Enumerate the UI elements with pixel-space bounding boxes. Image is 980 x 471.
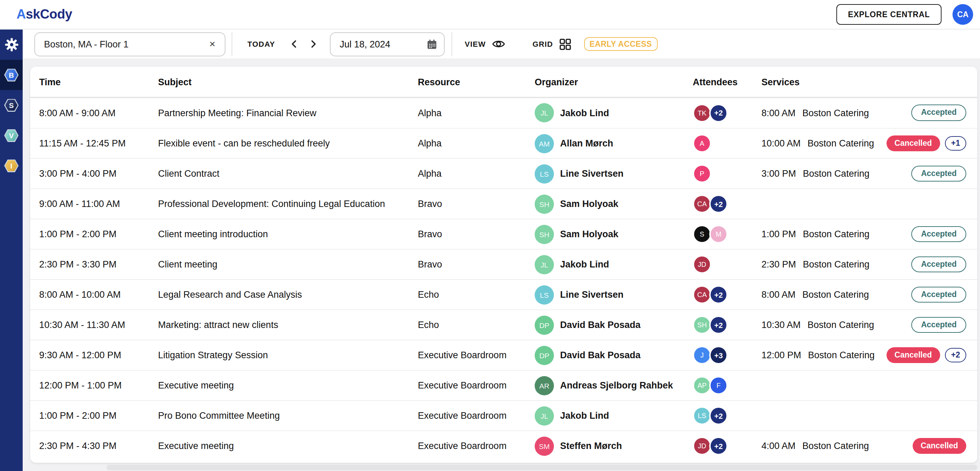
resource-cell: Bravo (418, 259, 535, 270)
toolbar: × TODAY Jul 18, 2024 (23, 30, 980, 58)
services-cell: 2:30 PMBoston Catering (762, 259, 889, 270)
today-button[interactable]: TODAY (247, 40, 275, 48)
table-row[interactable]: 9:00 AM - 11:00 AM Professional Developm… (30, 188, 977, 219)
chevron-right-icon (310, 40, 318, 48)
organizer-cell: LS Line Sivertsen (535, 285, 693, 304)
status-badge-cancelled: Cancelled (886, 347, 940, 363)
subject-cell: Partnership Meeting: Financial Review (158, 108, 418, 118)
attendee-avatar: M (709, 225, 728, 243)
table-row[interactable]: 8:00 AM - 9:00 AM Partnership Meeting: F… (30, 97, 977, 128)
status-cell: Accepted (889, 287, 966, 303)
time-cell: 8:00 AM - 10:00 AM (39, 289, 158, 300)
attendee-avatar: F (709, 376, 728, 395)
insights-hexagon-fill: I (5, 160, 18, 171)
visitors-letter: V (9, 132, 14, 139)
app: AskCody EXPLORE CENTRAL CA BSVI (0, 0, 980, 471)
view-toggle[interactable]: VIEW (465, 39, 505, 49)
grid-toggle[interactable]: GRID (533, 38, 571, 50)
logo-part-2: skCody (26, 7, 72, 21)
sidebar-item-insights[interactable]: I (0, 150, 23, 181)
organizer-name: Line Sivertsen (560, 168, 624, 179)
organizer-name: David Bak Posada (560, 350, 641, 360)
time-cell: 12:00 PM - 1:00 PM (39, 380, 158, 391)
subject-cell: Flexible event - can be rescheduled free… (158, 138, 418, 148)
services-hexagon-fill: S (5, 100, 18, 111)
organizer-cell: JL Jakob Lind (535, 103, 693, 122)
insights-letter: I (10, 162, 13, 169)
organizer-cell: SM Steffen Mørch (535, 436, 693, 455)
organizer-cell: SH Sam Holyoak (535, 194, 693, 214)
organizer-name: Steffen Mørch (560, 441, 622, 451)
organizer-cell: AR Andreas Sjelborg Rahbek (535, 376, 693, 395)
overflow-count-badge[interactable]: +2 (945, 348, 966, 363)
service-name: Boston Catering (803, 259, 870, 270)
organizer-name: Jakob Lind (560, 259, 609, 270)
attendee-avatar: TK (693, 104, 711, 122)
subject-cell: Legal Research and Case Analysis (158, 289, 418, 300)
attendee-avatar: P (693, 164, 711, 183)
column-header-services: Services (762, 77, 889, 87)
table-row[interactable]: 2:30 PM - 3:30 PM Client meeting Bravo J… (30, 249, 977, 279)
table-row[interactable]: 1:00 PM - 2:00 PM Pro Bono Committee Mee… (30, 400, 977, 430)
status-badge-accepted: Accepted (911, 257, 966, 273)
previous-day-button[interactable] (288, 37, 301, 51)
calendar-icon[interactable] (427, 39, 438, 49)
resource-cell: Executive Boardroom (418, 441, 535, 451)
table-row[interactable]: 1:00 PM - 2:00 PM Client meeting introdu… (30, 219, 977, 249)
services-letter: S (9, 102, 14, 109)
sidebar-item-visitors[interactable]: V (0, 120, 23, 150)
services-cell: 1:00 PMBoston Catering (762, 229, 889, 239)
date-picker[interactable]: Jul 18, 2024 (330, 32, 445, 56)
attendees-cell: SM (693, 225, 762, 243)
location-input[interactable] (34, 32, 226, 56)
organizer-name: Andreas Sjelborg Rahbek (560, 380, 673, 391)
gear-icon (4, 37, 19, 52)
clear-location-icon[interactable]: × (205, 37, 219, 51)
table-row[interactable]: 2:30 PM - 4:30 PM Executive meeting Exec… (30, 430, 977, 461)
resource-cell: Executive Boardroom (418, 380, 535, 391)
user-avatar[interactable]: CA (953, 4, 973, 25)
organizer-avatar: LS (535, 164, 554, 183)
service-name: Boston Catering (802, 441, 869, 451)
service-time: 10:00 AM (762, 138, 801, 148)
service-time: 3:00 PM (762, 168, 796, 179)
subject-cell: Executive meeting (158, 441, 418, 451)
grid-icon (559, 38, 571, 50)
explore-central-button[interactable]: EXPLORE CENTRAL (836, 4, 942, 25)
toolbar-divider-2 (452, 32, 453, 56)
organizer-avatar: JL (535, 406, 554, 425)
overflow-count-badge[interactable]: +1 (945, 136, 966, 151)
time-cell: 1:00 PM - 2:00 PM (39, 229, 158, 239)
table-row[interactable]: 11:15 AM - 12:45 PM Flexible event - can… (30, 128, 977, 158)
status-badge-accepted: Accepted (911, 105, 966, 121)
attendee-avatar: SH (693, 316, 711, 334)
next-day-button[interactable] (307, 37, 321, 51)
sidebar-item-bookings[interactable]: B (0, 60, 23, 90)
table-row[interactable]: 10:30 AM - 11:30 AM Marketing: attract n… (30, 310, 977, 340)
time-cell: 8:00 AM - 9:00 AM (39, 108, 158, 118)
organizer-name: Allan Mørch (560, 138, 613, 148)
table-row[interactable]: 3:00 PM - 4:00 PM Client Contract Alpha … (30, 158, 977, 188)
status-cell: Accepted (889, 166, 966, 182)
organizer-cell: JL Jakob Lind (535, 406, 693, 425)
service-time: 4:00 AM (762, 441, 795, 451)
settings-gear-icon[interactable] (0, 30, 23, 60)
resource-cell: Bravo (418, 229, 535, 239)
attendees-cell: APF (693, 376, 762, 395)
service-time: 10:30 AM (762, 320, 801, 330)
table-row[interactable]: 8:00 AM - 10:00 AM Legal Research and Ca… (30, 279, 977, 310)
subject-cell: Pro Bono Committee Meeting (158, 410, 418, 421)
sidebar-item-services[interactable]: S (0, 90, 23, 120)
status-badge-accepted: Accepted (911, 287, 966, 303)
table-row[interactable]: 9:30 AM - 12:00 PM Litigation Strategy S… (30, 340, 977, 370)
time-cell: 9:00 AM - 11:00 AM (39, 199, 158, 209)
service-name: Boston Catering (803, 168, 870, 179)
organizer-cell: DP David Bak Posada (535, 345, 693, 365)
organizer-name: Jakob Lind (560, 410, 609, 421)
scrollbar-thumb[interactable] (107, 465, 977, 470)
status-cell: Cancelled (889, 438, 966, 454)
table-row[interactable]: 12:00 PM - 1:00 PM Executive meeting Exe… (30, 370, 977, 400)
service-time: 1:00 PM (762, 229, 796, 239)
resource-cell: Echo (418, 320, 535, 330)
organizer-name: Sam Holyoak (560, 229, 619, 239)
